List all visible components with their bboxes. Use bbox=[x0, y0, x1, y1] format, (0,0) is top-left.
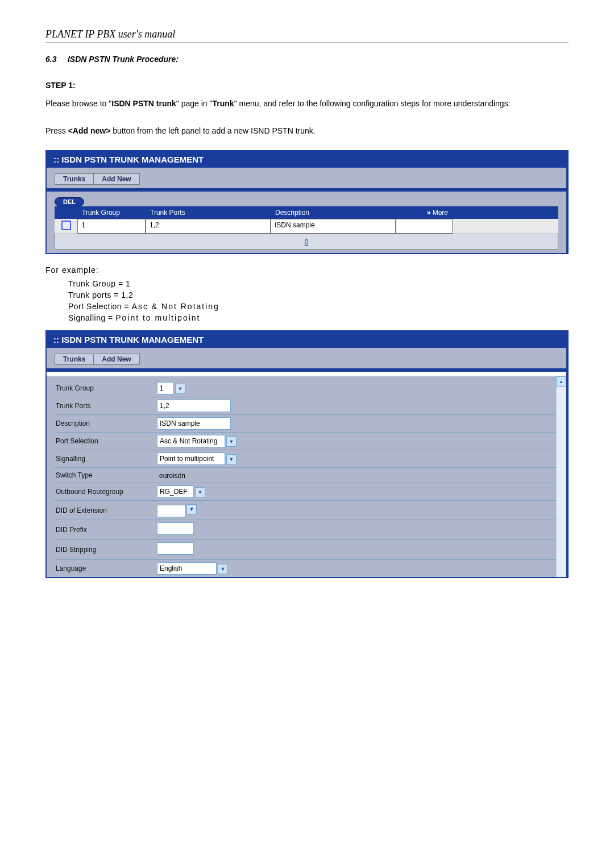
text: Port Selection = bbox=[68, 302, 132, 311]
tab-add-new[interactable]: Add New bbox=[94, 354, 139, 365]
select-value: English bbox=[160, 564, 182, 572]
text: " page in " bbox=[176, 99, 213, 108]
tab-trunks[interactable]: Trunks bbox=[55, 173, 94, 185]
label-signalling: Signalling bbox=[55, 455, 157, 463]
row-trunk-ports: Trunk Ports 1,2 bbox=[55, 397, 558, 415]
select-value: Point to multipoint bbox=[160, 455, 214, 463]
select-port-selection[interactable]: Asc & Not Rotating bbox=[157, 435, 225, 447]
chevron-down-icon[interactable]: ▼ bbox=[218, 564, 228, 574]
bold-add-new: <Add new> bbox=[68, 126, 111, 135]
label-language: Language bbox=[55, 564, 157, 572]
tab-trunks[interactable]: Trunks bbox=[55, 354, 94, 365]
row-trunk-group: Trunk Group 1▼ bbox=[55, 380, 558, 397]
col-more[interactable]: » More bbox=[396, 206, 453, 219]
select-language[interactable]: English bbox=[157, 562, 217, 575]
section-number: 6.3 bbox=[45, 55, 56, 64]
chevron-down-icon[interactable]: ▼ bbox=[226, 437, 237, 447]
del-button[interactable]: DEL bbox=[55, 197, 84, 206]
chevron-down-icon[interactable]: ▼ bbox=[186, 504, 197, 514]
scrollbar-track[interactable] bbox=[556, 387, 566, 577]
panel-title: :: ISDN PSTN TRUNK MANAGEMENT bbox=[47, 331, 566, 348]
step1-paragraph-1: Please browse to "ISDN PSTN trunk" page … bbox=[45, 95, 569, 111]
cell-description: ISDN sample bbox=[271, 219, 396, 234]
row-port-selection: Port Selection Asc & Not Rotating▼ bbox=[55, 433, 558, 450]
row-did-stripping: DID Stripping bbox=[55, 540, 558, 560]
screenshot-trunk-list: :: ISDN PSTN TRUNK MANAGEMENT Trunks Add… bbox=[45, 150, 569, 254]
row-outbound-routegroup: Outbound Routegroup RG_DEF▼ bbox=[55, 483, 558, 501]
input-did-prefix[interactable] bbox=[157, 522, 194, 535]
text: " menu, and refer to the following confi… bbox=[234, 99, 511, 108]
step-label: STEP 1: bbox=[45, 81, 569, 90]
text-bold: Asc & Not Rotating bbox=[132, 302, 219, 311]
label-did-stripping: DID Stripping bbox=[55, 546, 157, 554]
select-signalling[interactable]: Point to multipoint bbox=[157, 452, 225, 465]
table-header: Trunk Group Trunk Ports Description » Mo… bbox=[55, 206, 558, 219]
tab-add-new[interactable]: Add New bbox=[94, 173, 139, 185]
row-signalling: Signalling Point to multipoint▼ bbox=[55, 450, 558, 468]
chevron-down-icon[interactable]: ▼ bbox=[226, 454, 237, 464]
manual-title: PLANET IP PBX user's manual bbox=[45, 28, 569, 43]
example-line-1: Trunk Group = 1 bbox=[68, 279, 569, 288]
text: button from the left panel to add a new … bbox=[110, 126, 315, 135]
section-heading: 6.3 ISDN PSTN Trunk Procedure: bbox=[45, 55, 569, 64]
input-did-stripping[interactable] bbox=[157, 542, 194, 555]
label-trunk-group: Trunk Group bbox=[55, 384, 157, 392]
label-switch-type: Switch Type bbox=[55, 471, 157, 479]
select-trunk-group[interactable]: 1 bbox=[157, 382, 174, 394]
chevron-right-icon: » bbox=[427, 209, 431, 217]
row-language: Language English▼ bbox=[55, 560, 558, 577]
label-trunk-ports: Trunk Ports bbox=[55, 402, 157, 410]
text: Press bbox=[45, 126, 68, 135]
bold-trunk: Trunk bbox=[213, 99, 234, 108]
text: Signalling = bbox=[68, 313, 115, 322]
example-line-2: Trunk ports = 1,2 bbox=[68, 290, 569, 300]
value-switch-type: euroisdn bbox=[157, 471, 188, 480]
cell-trunk-group: 1 bbox=[77, 219, 146, 234]
panel-title: :: ISDN PSTN TRUNK MANAGEMENT bbox=[47, 151, 566, 168]
step1-paragraph-2: Press <Add new> button from the left pan… bbox=[45, 123, 569, 139]
col-trunk-ports: Trunk Ports bbox=[146, 206, 271, 219]
pager-link-0[interactable]: 0 bbox=[305, 238, 309, 246]
select-value: Asc & Not Rotating bbox=[160, 437, 217, 445]
cell-more bbox=[396, 219, 453, 234]
form-area: ▲ Trunk Group 1▼ Trunk Ports 1,2 Descrip… bbox=[47, 376, 566, 577]
divider-bar bbox=[47, 188, 566, 192]
text: Please browse to " bbox=[45, 99, 111, 108]
cell-trunk-ports: 1,2 bbox=[146, 219, 271, 234]
row-switch-type: Switch Type euroisdn bbox=[55, 468, 558, 483]
row-description: Description ISDN sample bbox=[55, 415, 558, 433]
label-did-of-extension: DID of Extension bbox=[55, 506, 157, 514]
label-description: Description bbox=[55, 420, 157, 427]
row-did-prefix: DID Prefix bbox=[55, 520, 558, 540]
row-checkbox[interactable] bbox=[61, 221, 71, 230]
input-description[interactable]: ISDN sample bbox=[157, 417, 231, 430]
table-row: 1 1,2 ISDN sample bbox=[55, 219, 558, 234]
scroll-up-button[interactable]: ▲ bbox=[556, 376, 566, 387]
col-trunk-group: Trunk Group bbox=[77, 206, 146, 219]
label-outbound-routegroup: Outbound Routegroup bbox=[55, 488, 157, 496]
bold-isdn-pstn-trunk: ISDN PSTN trunk bbox=[111, 99, 176, 108]
select-value: 1 bbox=[160, 384, 164, 392]
select-value: RG_DEF bbox=[160, 488, 188, 496]
example-label: For example: bbox=[45, 265, 569, 275]
chevron-down-icon[interactable]: ▼ bbox=[195, 487, 205, 497]
chevron-down-icon[interactable]: ▼ bbox=[175, 384, 185, 394]
input-trunk-ports[interactable]: 1,2 bbox=[157, 400, 231, 412]
label-did-prefix: DID Prefix bbox=[55, 526, 157, 534]
text-bold: Point to multipoint bbox=[115, 313, 200, 322]
select-outbound-routegroup[interactable]: RG_DEF bbox=[157, 485, 194, 498]
row-did-of-extension: DID of Extension ▼ bbox=[55, 501, 558, 520]
label-port-selection: Port Selection bbox=[55, 437, 157, 445]
example-line-4: Signalling = Point to multipoint bbox=[68, 313, 569, 322]
table-footer: 0 bbox=[55, 234, 558, 250]
select-did-of-extension[interactable] bbox=[157, 505, 185, 517]
screenshot-trunk-form: :: ISDN PSTN TRUNK MANAGEMENT Trunks Add… bbox=[45, 330, 569, 578]
divider-bar bbox=[47, 368, 566, 372]
more-label: More bbox=[433, 209, 448, 217]
col-description: Description bbox=[271, 206, 396, 219]
section-title: ISDN PSTN Trunk Procedure: bbox=[68, 55, 179, 64]
example-line-3: Port Selection = Asc & Not Rotating bbox=[68, 302, 569, 311]
